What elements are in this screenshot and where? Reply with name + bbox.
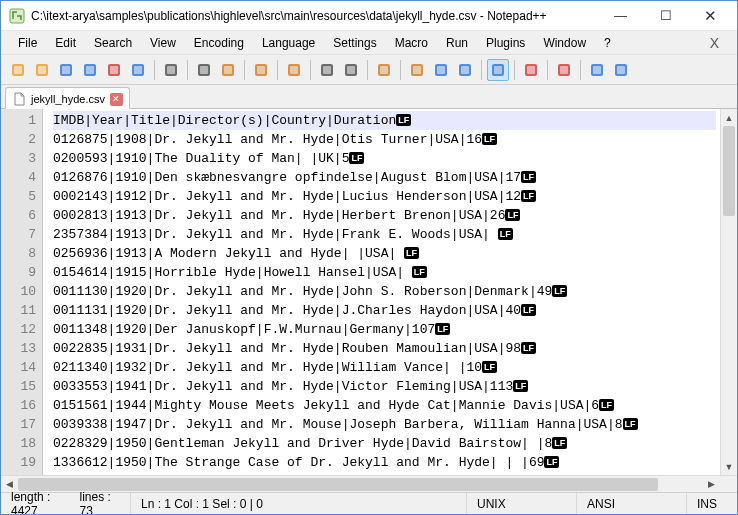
- code-line[interactable]: 0126875|1908|Dr. Jekyll and Mr. Hyde|Oti…: [53, 130, 716, 149]
- lf-marker: LF: [349, 152, 364, 164]
- menu-edit[interactable]: Edit: [46, 33, 85, 53]
- svg-rect-24: [323, 66, 331, 74]
- svg-rect-14: [167, 66, 175, 74]
- code-line[interactable]: IMDB|Year|Title|Director(s)|Country|Dura…: [53, 111, 716, 130]
- code-line[interactable]: 0002813|1913|Dr. Jekyll and Mr. Hyde|Her…: [53, 206, 716, 225]
- tab-file[interactable]: jekyll_hyde.csv ✕: [5, 87, 130, 109]
- toolbar-separator: [547, 60, 548, 80]
- code-line[interactable]: 0154614|1915|Horrible Hyde|Howell Hansel…: [53, 263, 716, 282]
- status-eol: UNIX: [467, 493, 577, 514]
- spacer[interactable]: [340, 59, 362, 81]
- menu-settings[interactable]: Settings: [324, 33, 385, 53]
- horizontal-scrollbar[interactable]: ◀ ▶: [1, 475, 737, 492]
- code-line[interactable]: 0200593|1910|The Duality of Man| |UK|5LF: [53, 149, 716, 168]
- status-encoding: ANSI: [577, 493, 687, 514]
- code-line[interactable]: 0011130|1920|Dr. Jekyll and Mr. Hyde|Joh…: [53, 282, 716, 301]
- code-line[interactable]: 0039338|1947|Dr. Jekyll and Mr. Mouse|Jo…: [53, 415, 716, 434]
- scroll-down-icon[interactable]: ▼: [721, 458, 737, 475]
- scroll-thumb[interactable]: [723, 126, 735, 216]
- code-line[interactable]: 0151561|1944|Mighty Mouse Meets Jekyll a…: [53, 396, 716, 415]
- lf-marker: LF: [552, 437, 567, 449]
- svg-rect-42: [593, 66, 601, 74]
- menu-view[interactable]: View: [141, 33, 185, 53]
- record-icon[interactable]: [586, 59, 608, 81]
- svg-rect-32: [437, 66, 445, 74]
- svg-rect-18: [224, 66, 232, 74]
- replace-icon[interactable]: [316, 59, 338, 81]
- code-line[interactable]: 0126876|1910|Den skæbnesvangre opfindels…: [53, 168, 716, 187]
- code-line[interactable]: 1336612|1950|The Strange Case of Dr. Jek…: [53, 453, 716, 472]
- toolbar-separator: [400, 60, 401, 80]
- code-line[interactable]: 0211340|1932|Dr. Jekyll and Mr. Hyde|Wil…: [53, 358, 716, 377]
- close-all-icon[interactable]: [127, 59, 149, 81]
- sync-v-icon[interactable]: [406, 59, 428, 81]
- new-file-icon[interactable]: [7, 59, 29, 81]
- lf-marker: LF: [513, 380, 528, 392]
- vertical-scrollbar[interactable]: ▲ ▼: [720, 109, 737, 475]
- code-line[interactable]: 0228329|1950|Gentleman Jekyll and Driver…: [53, 434, 716, 453]
- scroll-right-icon[interactable]: ▶: [703, 476, 720, 493]
- svg-rect-12: [134, 66, 142, 74]
- scroll-corner: [720, 476, 737, 493]
- code-line[interactable]: 0022835|1931|Dr. Jekyll and Mr. Hyde|Rou…: [53, 339, 716, 358]
- file-icon: [12, 92, 26, 106]
- lf-marker: LF: [623, 418, 638, 430]
- menu-window[interactable]: Window: [534, 33, 595, 53]
- indent-guide-icon[interactable]: [487, 59, 509, 81]
- scroll-track[interactable]: [721, 126, 737, 458]
- tab-close-icon[interactable]: ✕: [110, 93, 123, 106]
- close-button[interactable]: ✕: [688, 2, 733, 30]
- copy-icon[interactable]: [193, 59, 215, 81]
- svg-rect-44: [617, 66, 625, 74]
- svg-rect-22: [290, 66, 298, 74]
- close-icon2[interactable]: [103, 59, 125, 81]
- save-icon[interactable]: [55, 59, 77, 81]
- menu-run[interactable]: Run: [437, 33, 477, 53]
- spacer[interactable]: [160, 59, 182, 81]
- menu-language[interactable]: Language: [253, 33, 324, 53]
- status-bar: length : 4427 lines : 73 Ln : 1 Col : 1 …: [1, 492, 737, 514]
- open-icon[interactable]: [31, 59, 53, 81]
- play-icon[interactable]: [610, 59, 632, 81]
- spacer[interactable]: [283, 59, 305, 81]
- save-all-icon[interactable]: [79, 59, 101, 81]
- status-cursor: Ln : 1 Col : 1 Sel : 0 | 0: [131, 493, 467, 514]
- toolbar-separator: [367, 60, 368, 80]
- maximize-button[interactable]: ☐: [643, 2, 688, 30]
- scroll-up-icon[interactable]: ▲: [721, 109, 737, 126]
- code-line[interactable]: 0011348|1920|Der Januskopf|F.W.Murnau|Ge…: [53, 320, 716, 339]
- hscroll-thumb[interactable]: [18, 478, 658, 491]
- tab-bar: jekyll_hyde.csv ✕: [1, 85, 737, 109]
- svg-rect-10: [110, 66, 118, 74]
- code-area[interactable]: IMDB|Year|Title|Director(s)|Country|Dura…: [43, 109, 720, 475]
- wrap-icon[interactable]: [454, 59, 476, 81]
- code-line[interactable]: 0033553|1941|Dr. Jekyll and Mr. Hyde|Vic…: [53, 377, 716, 396]
- hscroll-track[interactable]: [18, 478, 703, 491]
- sync-h-icon[interactable]: [430, 59, 452, 81]
- toolbar-separator: [277, 60, 278, 80]
- lf-marker: LF: [521, 171, 536, 183]
- toolbar-separator: [154, 60, 155, 80]
- code-line[interactable]: 2357384|1913|Dr. Jekyll and Mr. Hyde|Fra…: [53, 225, 716, 244]
- code-line[interactable]: 0011131|1920|Dr. Jekyll and Mr. Hyde|J.C…: [53, 301, 716, 320]
- menu-search[interactable]: Search: [85, 33, 141, 53]
- menu-close-doc[interactable]: X: [700, 32, 729, 54]
- toolbar: [1, 55, 737, 85]
- menu-help[interactable]: ?: [595, 33, 620, 53]
- folder-icon[interactable]: [553, 59, 575, 81]
- menu-encoding[interactable]: Encoding: [185, 33, 253, 53]
- undo-icon[interactable]: [250, 59, 272, 81]
- code-line[interactable]: 0002143|1912|Dr. Jekyll and Mr. Hyde|Luc…: [53, 187, 716, 206]
- code-line[interactable]: 0256936|1913|A Modern Jekyll and Hyde| |…: [53, 244, 716, 263]
- menu-macro[interactable]: Macro: [386, 33, 437, 53]
- svg-rect-20: [257, 66, 265, 74]
- menu-plugins[interactable]: Plugins: [477, 33, 534, 53]
- minimize-button[interactable]: ―: [598, 2, 643, 30]
- zoom-out-icon[interactable]: [373, 59, 395, 81]
- paste-icon[interactable]: [217, 59, 239, 81]
- svg-rect-26: [347, 66, 355, 74]
- doc-map-icon[interactable]: [520, 59, 542, 81]
- toolbar-separator: [244, 60, 245, 80]
- menu-file[interactable]: File: [9, 33, 46, 53]
- status-length: length : 4427 lines : 73: [1, 493, 131, 514]
